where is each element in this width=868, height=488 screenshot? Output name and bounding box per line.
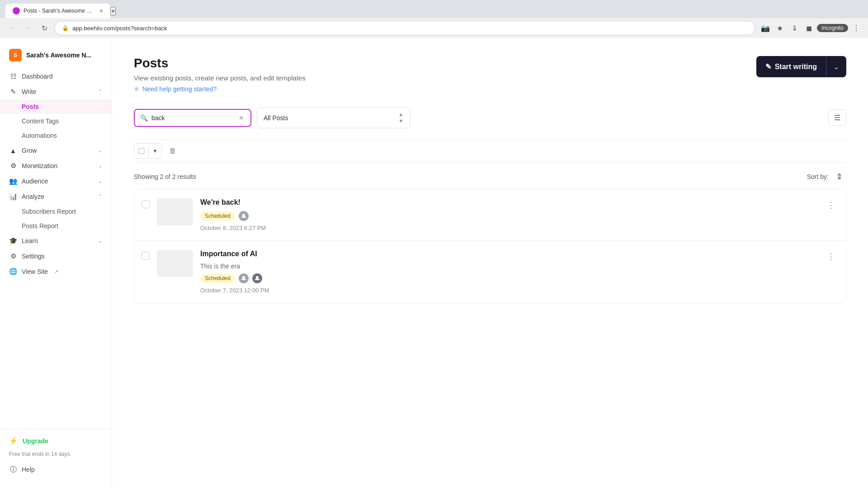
view-site-icon: 🌐 (9, 267, 17, 276)
columns-icon: ☰ (834, 113, 840, 122)
learn-chevron-icon: ⌄ (98, 238, 103, 244)
browser-chrome: Posts - Sarah's Awesome Newsl... × + ← →… (0, 0, 868, 38)
upgrade-button[interactable]: ⚡ Upgrade (0, 433, 112, 449)
start-writing-button[interactable]: ✎ Start writing ⌄ (756, 56, 846, 77)
sidebar-item-write-label: Write (22, 88, 36, 95)
sidebar-item-audience-label: Audience (22, 178, 48, 185)
post-more-button-2[interactable]: ⋮ (823, 251, 839, 263)
help-link[interactable]: ⚛ Need help getting started? (134, 85, 846, 93)
filter-dropdown-value: All Posts (264, 114, 288, 122)
sidebar-item-posts[interactable]: Posts (0, 99, 112, 114)
tab-favicon (13, 7, 20, 14)
sidebar-item-learn-label: Learn (22, 237, 38, 244)
sidebar-item-grow[interactable]: ▲ Grow ⌄ (0, 143, 112, 158)
analyze-icon: 📊 (9, 192, 17, 201)
sidebar-item-learn[interactable]: 🎓 Learn ⌄ (0, 233, 112, 249)
post-thumbnail-1 (157, 198, 193, 225)
search-clear-button[interactable]: ✕ (238, 113, 245, 122)
status-badge-2: Scheduled (200, 274, 235, 283)
post-checkbox-1[interactable] (142, 200, 150, 208)
sidebar-item-dashboard[interactable]: ☷ Dashboard (0, 69, 112, 84)
post-more-button-1[interactable]: ⋮ (823, 199, 839, 211)
post-checkbox-2[interactable] (142, 252, 150, 260)
search-filter-row: 🔍 ✕ All Posts ▲ ▼ ☰ (134, 107, 846, 128)
forward-button[interactable]: → (22, 22, 34, 34)
monetization-icon: ⚙ (9, 162, 17, 170)
camera-icon[interactable]: 📷 (759, 22, 772, 34)
post-subtitle-2: This is the era (200, 263, 816, 270)
app-wrapper: S Sarah's Awesome N... ☷ Dashboard ✎ Wri… (0, 38, 868, 488)
new-tab-button[interactable]: + (110, 7, 116, 15)
sidebar-item-automations[interactable]: Automations (0, 128, 112, 143)
select-all-checkbox[interactable] (134, 144, 149, 158)
bookmark-icon[interactable]: ★ (774, 22, 786, 34)
start-writing-dropdown-icon[interactable]: ⌄ (826, 57, 846, 77)
nav-bar: ← → ↻ 🔒 app.beehiiv.com/posts?search=bac… (0, 18, 868, 38)
audience-premium-icon-2 (252, 273, 262, 283)
tab-close-button[interactable]: × (99, 7, 103, 14)
address-bar[interactable]: 🔒 app.beehiiv.com/posts?search=back (54, 21, 755, 35)
write-icon: ✎ (9, 88, 17, 96)
table-row: Importance of AI This is the era Schedul… (134, 241, 846, 303)
sidebar-item-posts-label: Posts (22, 103, 39, 110)
sidebar-item-help[interactable]: ⓘ Help (0, 462, 112, 477)
sidebar-item-settings[interactable]: ⚙ Settings (0, 249, 112, 264)
active-tab[interactable]: Posts - Sarah's Awesome Newsl... × (5, 4, 110, 18)
sidebar-item-audience[interactable]: 👥 Audience ⌄ (0, 174, 112, 189)
search-input[interactable] (151, 114, 234, 122)
bulk-actions-bar: ▼ 🗑 (134, 139, 846, 163)
post-badges-1: Scheduled (200, 211, 816, 221)
brand-avatar: S (9, 49, 22, 61)
help-link-text: Need help getting started? (142, 85, 217, 93)
post-actions-2: ⋮ (823, 250, 839, 263)
trash-icon: 🗑 (169, 147, 176, 155)
post-title-2[interactable]: Importance of AI (200, 250, 816, 258)
post-info-1: We're back! Scheduled October 8, 2023 6:… (200, 198, 816, 231)
sidebar-item-view-site[interactable]: 🌐 View Site ↗ (0, 264, 112, 279)
sidebar-item-subscribers-report[interactable]: Subscribers Report (0, 204, 112, 219)
pencil-icon: ✎ (765, 62, 771, 71)
sidebar-item-content-tags[interactable]: Content Tags (0, 114, 112, 128)
sort-icon-button[interactable]: ⇕ (832, 170, 846, 183)
select-all-dropdown-arrow[interactable]: ▼ (149, 144, 161, 158)
sidebar-item-analyze[interactable]: 📊 Analyze ⌃ (0, 189, 112, 204)
post-actions-1: ⋮ (823, 198, 839, 211)
sidebar-item-help-label: Help (22, 466, 35, 473)
sidebar-bottom: ⚡ Upgrade Free trial ends in 14 days. ⓘ … (0, 429, 112, 481)
main-content: Posts View existing posts, create new po… (112, 38, 868, 488)
checkbox-unchecked-icon (138, 148, 145, 154)
more-options-icon[interactable]: ⋮ (850, 22, 863, 34)
posts-list: We're back! Scheduled October 8, 2023 6:… (134, 189, 846, 303)
sidebar-item-write[interactable]: ✎ Write ⌃ (0, 84, 112, 99)
sidebar-item-posts-report[interactable]: Posts Report (0, 219, 112, 233)
post-info-2: Importance of AI This is the era Schedul… (200, 250, 816, 294)
brand-avatar-initials: S (14, 52, 17, 58)
write-chevron-icon: ⌃ (98, 89, 103, 95)
audience-icon: 👥 (9, 177, 17, 185)
audience-free-icon-1 (239, 211, 249, 221)
select-all-checkbox-dropdown: ▼ (134, 143, 162, 159)
help-link-icon: ⚛ (134, 85, 140, 93)
back-button[interactable]: ← (5, 22, 18, 34)
filter-dropdown[interactable]: All Posts ▲ ▼ (257, 107, 410, 128)
incognito-badge[interactable]: Incognito (817, 24, 848, 32)
post-thumbnail-2 (157, 250, 193, 277)
post-date-2: October 7, 2023 12:00 PM (200, 287, 816, 294)
reload-button[interactable]: ↻ (38, 22, 51, 34)
post-title-1[interactable]: We're back! (200, 198, 816, 206)
sidebar-item-settings-label: Settings (22, 253, 45, 260)
start-writing-main: ✎ Start writing (756, 56, 826, 77)
nav-right-icons: 📷 ★ ⇓ ◼ Incognito ⋮ (759, 22, 863, 34)
sidebar-item-analyze-label: Analyze (22, 193, 44, 200)
delete-button[interactable]: 🗑 (165, 144, 180, 158)
search-box: 🔍 ✕ (134, 109, 251, 127)
dashboard-icon: ☷ (9, 72, 17, 80)
results-info: Showing 2 of 2 results Sort by: ⇕ (134, 170, 846, 183)
sidebar-item-monetization[interactable]: ⚙ Monetization ⌄ (0, 158, 112, 174)
extensions-icon[interactable]: ◼ (802, 22, 815, 34)
columns-button[interactable]: ☰ (828, 109, 846, 126)
grow-chevron-icon: ⌄ (98, 147, 103, 154)
trial-text: Free trial ends in 14 days. (0, 449, 112, 462)
settings-icon: ⚙ (9, 252, 17, 260)
download-icon[interactable]: ⇓ (788, 22, 801, 34)
